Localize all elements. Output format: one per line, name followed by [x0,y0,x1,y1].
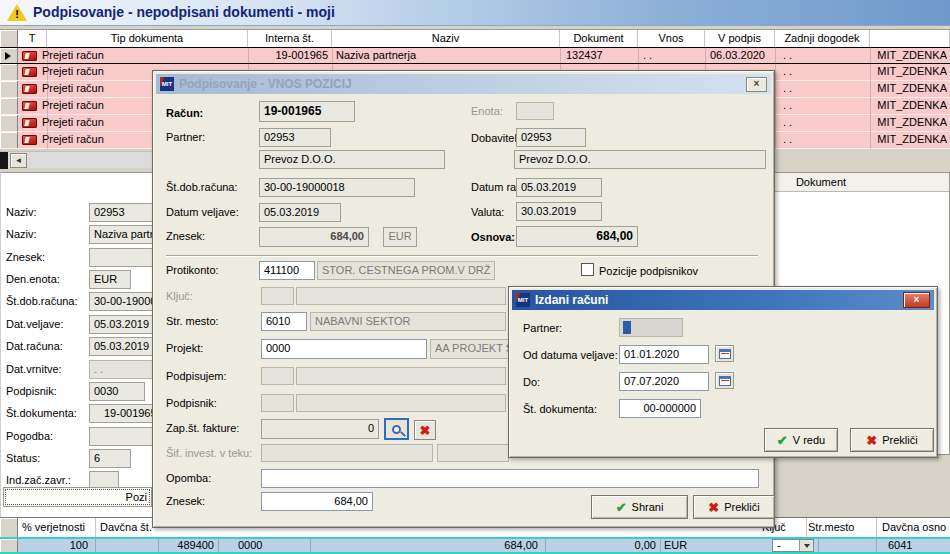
podpisnik-label: Podpisnik: [166,397,217,409]
col-header-t[interactable]: T [18,30,47,47]
col-header-user[interactable] [870,30,950,47]
dialog-titlebar[interactable]: MIT Izdani računi × [512,290,934,310]
od-datuma-input[interactable]: 01.01.2020 [619,345,709,364]
pozicije-podpisnikov-checkbox[interactable] [581,263,594,276]
preklici-button[interactable]: ✖ Prekliči [693,495,775,519]
col-header-str-mesto[interactable]: Str.mesto [808,521,854,533]
window-titlebar[interactable]: ! Podpisovanje - nepodpisani dokumenti -… [0,0,950,26]
bottom-table-row[interactable]: 100 489400 0000 684,00 0,00 EUR - 6041 [0,537,950,554]
scroll-left-icon: ◄ [15,156,23,165]
st-dob-racuna-input[interactable]: 30-00-19000018 [259,178,415,197]
pozicije-button[interactable]: Pozi [3,487,152,507]
cell-user: MIT_ZDENKA [870,81,947,98]
den-enota-input[interactable]: EUR [89,270,131,289]
col-header-davcna[interactable]: Davčna št. [100,521,152,533]
status-input[interactable]: 6 [89,449,131,468]
col-header-dokument[interactable]: Dokument [560,30,638,47]
partner-input[interactable] [619,318,683,337]
str-mesto-code-input[interactable]: 6010 [261,312,307,331]
search-button[interactable] [384,418,409,440]
grid-line [775,47,776,149]
protikonto-code-input[interactable]: 411100 [259,261,315,280]
cell-den-enota: EUR [664,539,714,552]
close-icon[interactable]: × [903,292,930,308]
protikonto-name-input[interactable]: STOR. CESTNEGA PROM.V DRŽ [317,261,495,280]
col-header-v-podpis[interactable]: V podpis [705,30,775,47]
v-redu-button[interactable]: ✔ V redu [764,428,838,452]
cell-zadnji: . . [783,64,843,81]
calendar-button[interactable] [715,345,734,362]
podpisujem-name-input[interactable] [296,367,506,385]
partner-name-input[interactable]: Prevoz D.O.O. [259,150,445,169]
scroll-left-button[interactable]: ◄ [10,153,27,168]
do-input[interactable]: 07.07.2020 [619,372,709,391]
projekt-code-input[interactable]: 0000 [261,339,427,359]
str-mesto-name-input[interactable]: NABAVNI SEKTOR [310,312,506,331]
dobavitelj-code-input[interactable]: 02953 [516,128,586,147]
cell-user: MIT_ZDENKA [870,115,947,132]
col-header-interna-st[interactable]: Interna št. [248,30,332,47]
partner-label: Partner: [166,131,205,143]
podpisnik-input[interactable]: 0030 [89,382,145,401]
podpisujem-label: Podpisujem: [166,370,227,382]
znesek-input[interactable]: 684,00 [259,227,369,247]
shrani-button[interactable]: ✔ Shrani [591,495,688,519]
datum-racuna-input[interactable]: 05.03.2019 [516,178,602,197]
opomba-input[interactable] [261,469,759,488]
podpisnik-code-input[interactable] [261,394,294,412]
st-dokumenta-input[interactable]: 19-001965 [89,404,161,423]
dat-veljave-input[interactable]: 05.03.2019 [89,315,161,334]
clear-button[interactable]: ✖ [414,420,436,440]
kljuc-name-input[interactable] [296,287,506,305]
datum-veljave-input[interactable]: 05.03.2019 [259,203,341,222]
document-icon [22,135,37,145]
znesek-input[interactable] [89,248,161,267]
st-dob-racuna-input[interactable]: 30-00-19000018 [89,292,161,311]
col-header-tip-dokumenta[interactable]: Tip dokumenta [47,30,248,47]
podpisnik-name-input[interactable] [296,394,506,412]
dialog-title: Podpisovanje - VNOS POZICIJ [179,77,741,91]
st-dokumenta-input[interactable]: 00-000000 [619,399,701,418]
cell-str-mesto: 6041 [888,539,938,552]
dialog-titlebar[interactable]: MIT Podpisovanje - VNOS POZICIJ × [156,74,771,94]
col-header-zadnji-dogodek[interactable]: Zadnji dogodek [775,30,870,47]
dobavitelj-name-input[interactable]: Prevoz D.O.O. [514,150,766,169]
preklici-button[interactable]: ✖ Prekliči [850,428,934,452]
naziv-name-input[interactable]: Naziva partnerja [89,225,161,244]
field-label: Dat.računa: [6,340,63,352]
naziv-code-input[interactable]: 02953 [89,203,161,222]
zap-st-fakture-input[interactable]: 0 [261,419,379,439]
pogodba-input[interactable] [89,427,161,446]
row-selector-header [0,518,18,538]
col-header-vnos[interactable]: Vnos [638,30,705,47]
col-header-naziv[interactable]: Naziv [332,30,560,47]
cell-projekt: 0000 [238,539,298,552]
dat-racuna-input[interactable]: 05.03.2019 [89,337,161,356]
table-row[interactable]: Prejeti račun 19-001965 Naziva partnerja… [0,47,950,64]
racun-input[interactable]: 19-001965 [259,101,355,122]
sif-invest-label: Šif. invest. v teku: [166,447,252,459]
dat-vrnitve-input[interactable]: . . [89,360,161,379]
valuta-input[interactable]: 30.03.2019 [516,202,602,221]
field-label: Naziv: [6,228,37,240]
sif-invest-code-input[interactable] [261,444,433,462]
field-label: Status: [6,452,40,464]
col-header-verjetnost[interactable]: % verjetnosti [22,521,85,533]
dropdown-icon[interactable] [799,540,813,551]
calendar-icon [719,349,731,359]
enota-input[interactable] [516,102,554,120]
document-icon [22,67,37,77]
sif-invest-name-input[interactable] [437,444,509,462]
den-enota-combo[interactable]: - [772,539,814,552]
col-header-davcna-osnova[interactable]: Davčna osno [882,521,946,533]
partner-code-input[interactable]: 02953 [259,128,331,147]
osnova-label: Osnova: [471,231,515,243]
znesek2-input[interactable]: 684,00 [261,492,373,511]
kljuc-code-input[interactable] [261,287,294,305]
close-icon[interactable]: × [746,77,767,92]
osnova-input[interactable]: 684,00 [516,226,638,247]
podpisujem-code-input[interactable] [261,367,294,385]
grid-line [47,47,48,149]
cell-verjetnost: 100 [18,539,88,552]
calendar-button[interactable] [715,372,734,389]
